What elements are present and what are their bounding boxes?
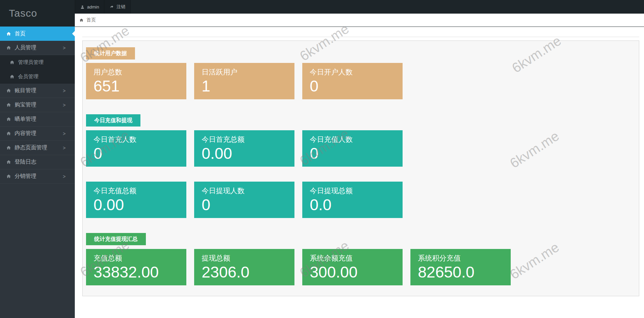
stat-value: 300.00 (310, 263, 399, 281)
section-title-recharge-withdraw-summary: 统计充值提现汇总 (86, 233, 146, 245)
sidebar-item-home[interactable]: 首页 (0, 27, 75, 41)
sidebar-item-label: 购宝管理 (15, 101, 36, 108)
stat-label: 今日首充人数 (94, 135, 183, 144)
divider (82, 37, 639, 37)
stat-card-first-recharge-users: 今日首充人数 0 (86, 130, 186, 167)
stat-label: 今日充值总额 (94, 186, 183, 196)
sidebar-item-admin-management[interactable]: 管理员管理 (0, 55, 75, 69)
stat-card-total-withdraw: 提现总额 2306.0 (194, 249, 294, 285)
stat-card-row: 充值总额 33832.00 提现总额 2306.0 系统余额充值 300.00 … (86, 249, 635, 285)
stat-label: 系统积分充值 (418, 253, 507, 263)
home-icon (6, 160, 11, 165)
stat-value: 1 (202, 77, 291, 95)
topbar: admin 注销 (0, 0, 644, 14)
dashboard-panel: 统计用户数据 用户总数 651 日活跃用户 1 今日开户人数 0 今日充值和提现… (82, 40, 639, 296)
stat-card-row: 今日充值总额 0.00 今日提现人数 0 今日提现总额 0.0 (86, 182, 635, 218)
stat-card-recharge-amount-today: 今日充值总额 0.00 (86, 182, 186, 218)
active-indicator-arrow (72, 31, 75, 36)
home-icon (6, 117, 11, 122)
sidebar-item-label: 内容管理 (15, 130, 36, 137)
sidebar-item-label: 晒单管理 (15, 116, 36, 123)
stat-value: 0 (310, 145, 399, 163)
sidebar-item-label: 首页 (15, 30, 26, 37)
username-label: admin (87, 4, 99, 10)
sidebar-item-label: 分销管理 (15, 173, 36, 180)
stat-label: 今日开户人数 (310, 67, 399, 77)
stat-card-daily-active-users: 日活跃用户 1 (194, 63, 294, 99)
chevron-right-icon: > (63, 45, 66, 51)
sidebar-item-label: 账目管理 (15, 87, 36, 94)
home-icon (6, 31, 11, 36)
chevron-right-icon: > (63, 88, 66, 94)
stat-card-recharge-users-today: 今日充值人数 0 (302, 130, 403, 167)
stat-label: 今日首充总额 (202, 135, 291, 144)
home-icon (10, 60, 15, 65)
home-icon (6, 174, 11, 179)
stat-value: 0.0 (310, 196, 399, 214)
stat-value: 2306.0 (202, 263, 291, 281)
sidebar-item-static-pages[interactable]: 静态页面管理 > (0, 141, 75, 155)
main-content: 统计用户数据 用户总数 651 日活跃用户 1 今日开户人数 0 今日充值和提现… (75, 27, 644, 318)
stat-card-row: 今日首充人数 0 今日首充总额 0.00 今日充值人数 0 (86, 130, 635, 167)
stat-label: 今日提现总额 (310, 186, 399, 196)
sidebar-item-personnel[interactable]: 人员管理 > (0, 41, 75, 55)
stat-card-row: 用户总数 651 日活跃用户 1 今日开户人数 0 (86, 63, 635, 99)
stat-card-total-recharge: 充值总额 33832.00 (86, 249, 186, 285)
stat-card-first-recharge-amount: 今日首充总额 0.00 (194, 130, 294, 167)
stat-value: 0 (202, 196, 291, 214)
stat-label: 今日提现人数 (202, 186, 291, 196)
home-icon (6, 145, 11, 150)
stat-label: 充值总额 (94, 253, 183, 263)
sidebar-submenu-personnel: 管理员管理 会员管理 (0, 55, 75, 84)
stat-card-withdraw-users-today: 今日提现人数 0 (194, 182, 294, 218)
user-icon (80, 5, 85, 9)
stat-card-new-accounts-today: 今日开户人数 0 (302, 63, 403, 99)
stat-value: 651 (94, 77, 183, 95)
sidebar-item-label: 人员管理 (15, 44, 36, 51)
sidebar-item-purchase[interactable]: 购宝管理 > (0, 98, 75, 112)
stat-card-system-balance-recharge: 系统余额充值 300.00 (302, 249, 403, 285)
chevron-right-icon: > (63, 145, 66, 151)
stat-label: 日活跃用户 (202, 67, 291, 77)
stat-label: 今日充值人数 (310, 135, 399, 144)
stat-card-system-points-recharge: 系统积分充值 82650.0 (410, 249, 511, 285)
sidebar-item-label: 管理员管理 (18, 59, 44, 66)
topbar-actions: admin 注销 (75, 0, 131, 14)
logout-icon (109, 5, 114, 9)
home-icon (10, 74, 15, 79)
sidebar-item-label: 登陆日志 (15, 158, 36, 166)
home-icon (6, 131, 11, 136)
stat-value: 33832.00 (94, 263, 183, 281)
chevron-right-icon: > (63, 102, 66, 108)
stat-value: 0 (310, 77, 399, 95)
sidebar: Tasco 首页 人员管理 > 管理员管理 会员管理 账目管理 > 购宝管理 >… (0, 0, 75, 318)
sidebar-item-share-orders[interactable]: 晒单管理 (0, 112, 75, 127)
stat-card-withdraw-amount-today: 今日提现总额 0.0 (302, 182, 403, 218)
section-title-today-recharge-withdraw: 今日充值和提现 (86, 114, 140, 127)
stat-value: 82650.0 (418, 263, 507, 281)
section-title-user-stats: 统计用户数据 (86, 47, 135, 60)
user-menu-button[interactable]: admin (75, 0, 104, 14)
stat-label: 用户总数 (94, 67, 183, 77)
sidebar-item-label: 会员管理 (18, 73, 38, 80)
stat-value: 0.00 (94, 196, 183, 214)
sidebar-item-content[interactable]: 内容管理 > (0, 127, 75, 141)
brand-logo[interactable]: Tasco (0, 0, 75, 27)
stat-label: 系统余额充值 (310, 253, 399, 263)
sidebar-item-member-management[interactable]: 会员管理 (0, 69, 75, 84)
chevron-right-icon: > (63, 131, 66, 136)
logout-button[interactable]: 注销 (104, 0, 131, 14)
home-icon (6, 88, 11, 93)
sidebar-item-distribution[interactable]: 分销管理 > (0, 169, 75, 184)
breadcrumb: 首页 (75, 14, 644, 27)
home-icon (6, 45, 11, 50)
home-icon[interactable] (79, 18, 84, 22)
stat-value: 0 (94, 145, 183, 163)
stat-label: 提现总额 (202, 253, 291, 263)
breadcrumb-home[interactable]: 首页 (86, 17, 96, 23)
sidebar-item-login-log[interactable]: 登陆日志 (0, 155, 75, 169)
stat-card-total-users: 用户总数 651 (86, 63, 186, 99)
sidebar-item-accounts[interactable]: 账目管理 > (0, 84, 75, 98)
logout-label: 注销 (116, 4, 125, 10)
chevron-right-icon: > (63, 174, 66, 179)
